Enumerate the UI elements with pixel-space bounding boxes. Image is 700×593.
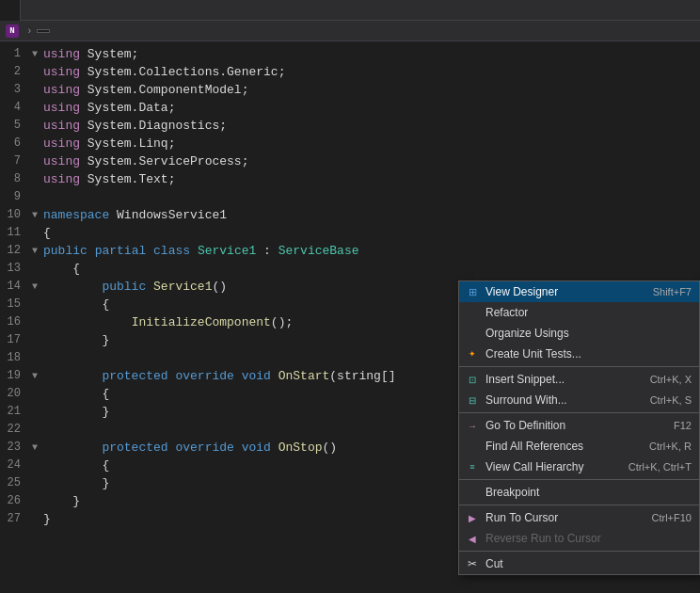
menu-label: Cut [485,557,503,570]
menu-label: View Designer [485,285,558,298]
collapse-icon [28,510,41,528]
menu-separator [459,505,699,505]
line-number: 27 [0,510,28,528]
menu-item-cut[interactable]: ✂Cut [459,553,699,574]
line-number: 20 [0,385,28,403]
code-content: namespace WindowsService1 [41,206,700,224]
code-content: using System.Collections.Generic; [41,63,700,81]
menu-item-run-to-cursor[interactable]: ▶Run To CursorCtrl+F10 [459,507,699,528]
line-number: 4 [0,99,28,117]
menu-label: Refactor [485,306,528,319]
menu-item-breakpoint[interactable]: Breakpoint [459,482,699,503]
line-number: 19 [0,367,28,385]
menu-separator [459,551,699,552]
collapse-icon[interactable]: ▼ [28,206,41,224]
collapse-icon[interactable]: ▼ [28,439,41,457]
collapse-icon[interactable]: ▼ [28,45,41,63]
line-number: 13 [0,260,28,278]
line-number: 25 [0,474,28,492]
menu-item-view-call-hierarchy[interactable]: ≡View Call HierarchyCtrl+K, Ctrl+T [459,457,699,477]
line-number: 21 [0,403,28,421]
menu-shortcut: Ctrl+F10 [652,512,692,523]
menu-item-refactor[interactable]: Refactor [459,302,699,323]
code-content: using System.Data; [41,99,700,117]
code-line: 7 using System.ServiceProcess; [0,152,700,170]
code-content: using System.ServiceProcess; [41,152,700,170]
menu-item-view-designer[interactable]: ⊞View DesignerShift+F7 [459,281,699,302]
collapse-icon [28,457,41,474]
collapse-icon [28,385,41,403]
line-number: 18 [0,349,28,367]
tab-service1[interactable] [0,0,21,21]
code-line: 9 [0,188,700,206]
menu-separator [459,366,699,367]
menu-shortcut: Shift+F7 [653,286,692,297]
collapse-icon[interactable]: ▼ [28,278,41,296]
code-line: 2 using System.Collections.Generic; [0,63,700,81]
code-line: 3 using System.ComponentModel; [0,81,700,99]
code-line: 12▼public partial class Service1 : Servi… [0,242,700,260]
collapse-icon [28,117,41,135]
menu-shortcut: Ctrl+K, S [650,394,692,406]
menu-item-surround-with[interactable]: ⊟Surround With...Ctrl+K, S [459,390,699,410]
breadcrumb-arrow: › [26,25,33,37]
code-line: 11 { [0,224,700,242]
menu-label: Breakpoint [485,486,539,499]
context-menu: ⊞View DesignerShift+F7RefactorOrganize U… [458,280,700,575]
line-number: 15 [0,296,28,313]
code-content: { [41,224,700,242]
breadcrumb-bar: N › [0,21,700,41]
menu-label: Create Unit Tests... [485,347,581,361]
menu-item-reverse-run-to-cursor: ◀Reverse Run to Cursor [459,528,699,549]
collapse-icon [28,421,41,439]
code-content: using System.Text; [41,170,700,188]
menu-icon-view-call-hierarchy: ≡ [465,459,480,474]
menu-shortcut: Ctrl+K, X [650,374,692,385]
line-number: 1 [0,45,28,63]
line-number: 3 [0,81,28,99]
menu-icon-create-unit-tests: ✦ [465,346,480,361]
collapse-icon [28,81,41,99]
line-number: 14 [0,278,28,296]
menu-item-create-unit-tests[interactable]: ✦Create Unit Tests... [459,344,699,364]
collapse-icon[interactable]: ▼ [28,242,41,260]
menu-icon-view-designer: ⊞ [465,284,480,299]
menu-label: Find All References [485,440,583,453]
code-line: 1▼using System; [0,45,700,63]
menu-item-insert-snippet[interactable]: ⊡Insert Snippet...Ctrl+K, X [459,369,699,390]
menu-label: View Call Hierarchy [485,460,583,473]
menu-label: Insert Snippet... [485,373,565,386]
menu-separator [459,412,699,413]
menu-label: Surround With... [485,393,567,407]
collapse-icon[interactable]: ▼ [28,367,41,385]
breadcrumb-service[interactable] [37,29,50,33]
menu-label: Reverse Run to Cursor [485,532,601,545]
code-content: public partial class Service1 : ServiceB… [41,242,700,260]
menu-item-find-all-references[interactable]: Find All ReferencesCtrl+K, R [459,436,699,457]
line-number: 16 [0,313,28,331]
line-number: 10 [0,206,28,224]
collapse-icon [28,170,41,188]
code-line: 4 using System.Data; [0,99,700,117]
menu-icon-run-to-cursor: ▶ [465,510,480,525]
collapse-icon [28,188,41,206]
menu-label: Run To Cursor [485,511,558,524]
menu-item-organize-usings[interactable]: Organize Usings [459,323,699,344]
collapse-icon [28,152,41,170]
line-number: 17 [0,331,28,349]
menu-item-go-to-definition[interactable]: →Go To DefinitionF12 [459,415,699,436]
collapse-icon [28,135,41,152]
collapse-icon [28,492,41,510]
collapse-icon [28,474,41,492]
collapse-icon [28,331,41,349]
code-content: using System.ComponentModel; [41,81,700,99]
menu-icon-surround-with: ⊟ [465,393,480,408]
collapse-icon [28,260,41,278]
menu-separator [459,479,699,480]
line-number: 8 [0,170,28,188]
menu-label: Go To Definition [485,419,565,432]
line-number: 9 [0,188,28,206]
line-number: 6 [0,135,28,152]
code-content: using System.Diagnostics; [41,117,700,135]
collapse-icon [28,313,41,331]
